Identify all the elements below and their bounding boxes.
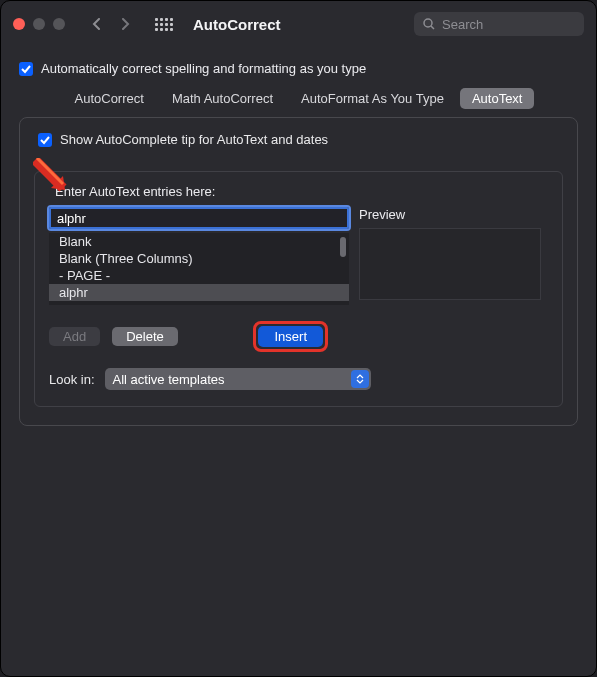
- show-all-icon[interactable]: [155, 15, 173, 33]
- search-input[interactable]: [414, 12, 584, 36]
- tab-autocorrect[interactable]: AutoCorrect: [63, 88, 156, 109]
- select-stepper-icon: [351, 370, 369, 388]
- window-title: AutoCorrect: [193, 16, 281, 33]
- forward-button[interactable]: [113, 13, 137, 35]
- close-window-button[interactable]: [13, 18, 25, 30]
- list-item[interactable]: Blank: [49, 233, 349, 250]
- window-controls: [13, 18, 65, 30]
- list-item[interactable]: Blank (Three Columns): [49, 250, 349, 267]
- back-button[interactable]: [85, 13, 109, 35]
- preview-label: Preview: [359, 207, 541, 222]
- autocomplete-tip-checkbox[interactable]: [38, 133, 52, 147]
- preview-box: [359, 228, 541, 300]
- list-scrollbar[interactable]: [340, 237, 346, 257]
- entries-label: Enter AutoText entries here:: [55, 184, 548, 199]
- auto-correct-master-checkbox[interactable]: [19, 62, 33, 76]
- annotation-arrow-icon: [33, 158, 73, 198]
- autocomplete-tip-row: Show AutoComplete tip for AutoText and d…: [34, 132, 563, 147]
- tab-bar: AutoCorrect Math AutoCorrect AutoFormat …: [19, 88, 578, 109]
- autocomplete-tip-label: Show AutoComplete tip for AutoText and d…: [60, 132, 328, 147]
- auto-correct-master-row: Automatically correct spelling and forma…: [19, 61, 578, 76]
- tab-autotext[interactable]: AutoText: [460, 88, 535, 109]
- look-in-value: All active templates: [113, 372, 225, 387]
- list-item[interactable]: - PAGE -: [49, 267, 349, 284]
- button-row: Add Delete Insert: [49, 321, 548, 352]
- insert-highlight-ring: Insert: [253, 321, 328, 352]
- add-button: Add: [49, 327, 100, 346]
- tab-autoformat-as-you-type[interactable]: AutoFormat As You Type: [289, 88, 456, 109]
- autotext-panel: Show AutoComplete tip for AutoText and d…: [19, 117, 578, 426]
- auto-correct-master-label: Automatically correct spelling and forma…: [41, 61, 366, 76]
- search-icon: [422, 17, 436, 31]
- look-in-select[interactable]: All active templates: [105, 368, 371, 390]
- list-item[interactable]: alphr: [49, 284, 349, 301]
- insert-button[interactable]: Insert: [258, 326, 323, 347]
- titlebar: AutoCorrect: [1, 1, 596, 47]
- look-in-label: Look in:: [49, 372, 95, 387]
- nav-arrows: [85, 13, 137, 35]
- delete-button[interactable]: Delete: [112, 327, 178, 346]
- autotext-entries-group: Enter AutoText entries here: Blank Blank…: [34, 171, 563, 407]
- autotext-entry-input[interactable]: [49, 207, 349, 229]
- search-wrap: [414, 12, 584, 36]
- autotext-list[interactable]: Blank Blank (Three Columns) - PAGE - alp…: [49, 233, 349, 305]
- svg-line-1: [431, 26, 434, 29]
- preview-column: Preview: [359, 207, 541, 300]
- minimize-window-button[interactable]: [33, 18, 45, 30]
- preferences-window: AutoCorrect Automatically correct spelli…: [0, 0, 597, 677]
- look-in-row: Look in: All active templates: [49, 368, 548, 390]
- svg-point-0: [424, 19, 432, 27]
- zoom-window-button[interactable]: [53, 18, 65, 30]
- tab-math-autocorrect[interactable]: Math AutoCorrect: [160, 88, 285, 109]
- content-area: Automatically correct spelling and forma…: [1, 47, 596, 440]
